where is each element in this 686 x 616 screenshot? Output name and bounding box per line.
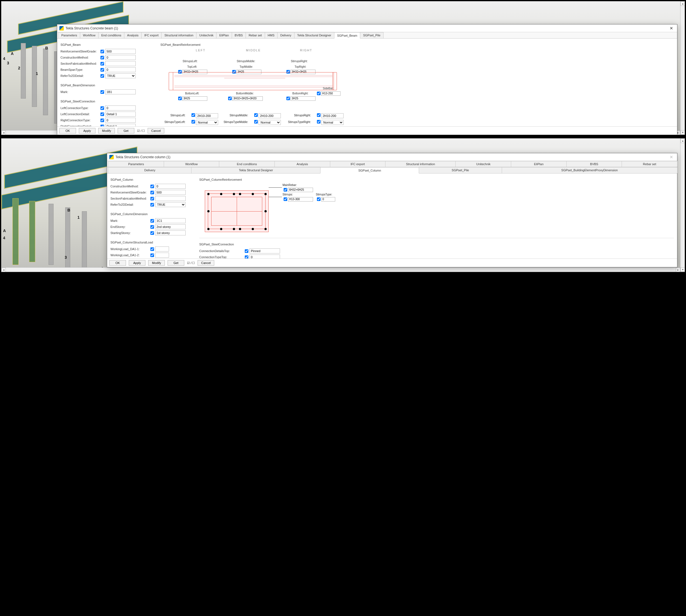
tab-bvbs-col[interactable]: BVBS — [566, 161, 622, 167]
viewport-scrollbar-vertical[interactable]: ▴ ▾ — [680, 1, 685, 135]
chk-ctt[interactable] — [245, 256, 248, 259]
chk-left-conn-type[interactable] — [100, 106, 104, 110]
viewport-scrollbar-horizontal-2[interactable]: ◂ ▸ — [1, 267, 680, 272]
chk-stirrups-type-c[interactable] — [317, 197, 321, 201]
ok-button-col[interactable]: OK — [109, 260, 126, 266]
in-sidebar[interactable] — [321, 91, 341, 96]
ok-button[interactable]: OK — [60, 128, 76, 134]
3d-viewport-beam[interactable]: A B 4 3 2 1 ▴ ▾ ◂ ▸ Tekla Structures Con… — [1, 1, 685, 135]
in-section-fab-method-c[interactable] — [155, 196, 186, 201]
in-main-rebar[interactable] — [288, 188, 313, 192]
scroll-down-icon-2[interactable]: ▾ — [681, 267, 685, 272]
tab-parameters[interactable]: Parameters — [58, 32, 80, 38]
chk-reinf-steel-grade-c[interactable] — [151, 191, 154, 194]
in-left-conn-type[interactable] — [105, 106, 136, 110]
apply-button-col[interactable]: Apply — [129, 260, 145, 266]
scroll-down-icon[interactable]: ▾ — [681, 130, 685, 135]
chk-construction-method[interactable] — [100, 56, 104, 60]
tab-delivery-col[interactable]: Delivery — [108, 167, 191, 173]
chk-end-storey[interactable] — [151, 225, 154, 229]
in-reinf-steel-grade-c[interactable] — [155, 190, 186, 195]
tab-eliplan-col[interactable]: EliPlan — [511, 161, 567, 167]
in-end-storey[interactable] — [155, 224, 186, 229]
cancel-button-col[interactable]: Cancel — [198, 260, 214, 266]
cancel-button[interactable]: Cancel — [147, 128, 164, 134]
sel-stirrups-type-left[interactable]: Normal — [196, 120, 218, 125]
in-bottom-middle[interactable] — [232, 96, 263, 101]
modify-button-col[interactable]: Modify — [148, 260, 165, 266]
scroll-up-icon-2[interactable]: ▴ — [681, 138, 685, 143]
tab-workflow[interactable]: Workflow — [80, 32, 98, 38]
chk-right-conn-type[interactable] — [100, 118, 104, 122]
tab-workflow-col[interactable]: Workflow — [164, 161, 220, 167]
tab-sgpset-pile[interactable]: SGPset_Pile — [360, 32, 383, 38]
tab-structural-information[interactable]: Structural information — [161, 32, 197, 38]
tab-parameters-col[interactable]: Parameters — [108, 161, 164, 167]
chk-cdt[interactable] — [245, 249, 248, 253]
chk-stirrups-right[interactable] — [317, 113, 321, 117]
tab-eliplan[interactable]: EliPlan — [216, 32, 232, 38]
tab-analysis[interactable]: Analysis — [124, 32, 141, 38]
chk-stirrups-c[interactable] — [283, 197, 287, 201]
in-stirrups-left[interactable] — [196, 113, 218, 118]
tab-sgpset-column[interactable]: SGPset_Column — [320, 168, 419, 174]
chk-mark[interactable] — [100, 90, 104, 94]
in-bottom-left[interactable] — [182, 96, 207, 101]
chk-stirrups-type-right[interactable] — [317, 120, 321, 124]
tab-rebar-set-col[interactable]: Rebar set — [622, 161, 678, 167]
tab-tsd[interactable]: Tekla Structural Designer — [294, 32, 335, 38]
chk-left-conn-detail[interactable] — [100, 112, 104, 116]
scroll-up-icon[interactable]: ▴ — [681, 1, 685, 6]
in-stirrups-middle[interactable] — [259, 113, 281, 118]
get-button[interactable]: Get — [118, 128, 134, 134]
sel-stirrups-type-middle[interactable]: Normal — [259, 120, 281, 125]
scroll-right-icon-2[interactable]: ▸ — [676, 268, 680, 272]
in-mark-c[interactable] — [155, 218, 186, 223]
tab-end-conditions[interactable]: End conditions — [98, 32, 124, 38]
close-icon[interactable]: ✕ — [668, 26, 675, 31]
tab-bvbs[interactable]: BVBS — [232, 32, 246, 38]
in-right-conn-detail[interactable] — [105, 124, 136, 126]
tab-sgpset-beam[interactable]: SGPset_Beam — [334, 32, 361, 39]
toggle-all[interactable]: ☑ / ☐ — [137, 129, 145, 133]
chk-refer-2d[interactable] — [100, 74, 104, 78]
chk-sidebar[interactable] — [317, 92, 321, 95]
chk-reinf-steel-grade[interactable] — [100, 50, 104, 53]
tab-analysis-col[interactable]: Analysis — [274, 161, 330, 167]
chk-stirrups-type-middle[interactable] — [254, 120, 258, 124]
tab-hms[interactable]: HMS — [265, 32, 277, 38]
in-stirrups-type-c[interactable] — [321, 197, 335, 201]
in-left-conn-detail[interactable] — [105, 112, 136, 116]
tab-end-conditions-col[interactable]: End conditions — [219, 161, 275, 167]
toggle-all-col[interactable]: ☑ / ☐ — [187, 261, 195, 265]
apply-button[interactable]: Apply — [79, 128, 95, 134]
sel-refer-2d[interactable]: TRUE — [105, 73, 136, 78]
chk-section-fab-method-c[interactable] — [151, 197, 154, 200]
in-stirrups-c[interactable] — [288, 197, 313, 201]
tab-sgpset-pile-col[interactable]: SGPset_Pile — [419, 167, 502, 173]
scroll-left-icon-2[interactable]: ◂ — [1, 268, 6, 272]
in-construction-method-c[interactable] — [155, 184, 186, 189]
chk-main-rebar[interactable] — [283, 188, 287, 192]
tab-delivery[interactable]: Delivery — [277, 32, 294, 38]
in-start-storey[interactable] — [155, 230, 186, 236]
chk-bottom-middle[interactable] — [228, 96, 232, 100]
in-right-conn-type[interactable] — [105, 118, 136, 123]
chk-bottom-left[interactable] — [178, 96, 182, 100]
tab-ifc-export[interactable]: IFC export — [141, 32, 161, 38]
chk-section-fab-method[interactable] — [100, 62, 104, 66]
tab-tsd-col[interactable]: Tekla Structural Designer — [191, 167, 321, 173]
chk-stirrups-middle[interactable] — [254, 113, 258, 117]
chk-bottom-right[interactable] — [287, 96, 290, 100]
close-icon-col[interactable]: ✕ — [668, 155, 675, 160]
sel-stirrups-type-right[interactable]: Normal — [321, 120, 344, 125]
get-button-col[interactable]: Get — [168, 260, 184, 266]
scroll-left-icon[interactable]: ◂ — [1, 130, 6, 135]
in-stirrups-right[interactable] — [321, 113, 344, 118]
in-wl-da12[interactable] — [155, 252, 169, 258]
chk-stirrups-type-left[interactable] — [191, 120, 195, 124]
in-mark[interactable] — [105, 89, 136, 94]
tab-unitechnik-col[interactable]: Unitechnik — [455, 161, 511, 167]
in-reinf-steel-grade[interactable] — [105, 49, 136, 54]
tab-rebar-set[interactable]: Rebar set — [246, 32, 265, 38]
